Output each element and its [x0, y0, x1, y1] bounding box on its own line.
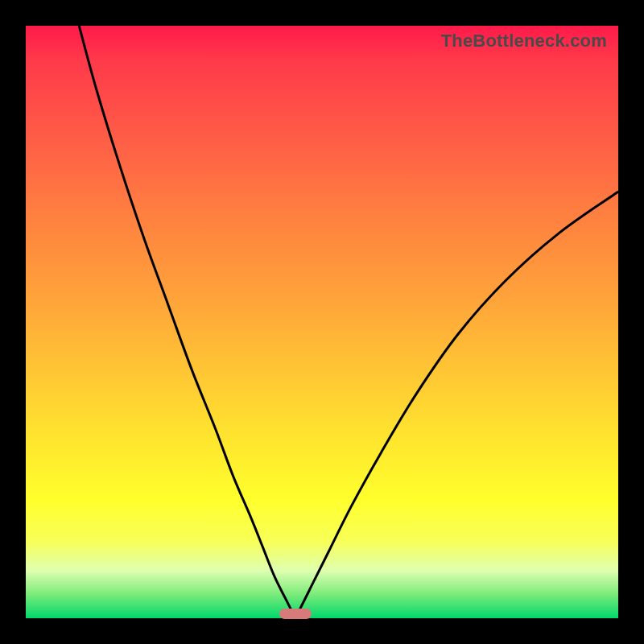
- curve-right-branch: [295, 192, 618, 618]
- bottleneck-curve: [26, 26, 618, 618]
- minimum-marker: [279, 609, 312, 619]
- chart-frame: TheBottleneck.com: [0, 0, 644, 644]
- curve-left-branch: [79, 26, 295, 618]
- chart-plot-area: TheBottleneck.com: [26, 26, 618, 618]
